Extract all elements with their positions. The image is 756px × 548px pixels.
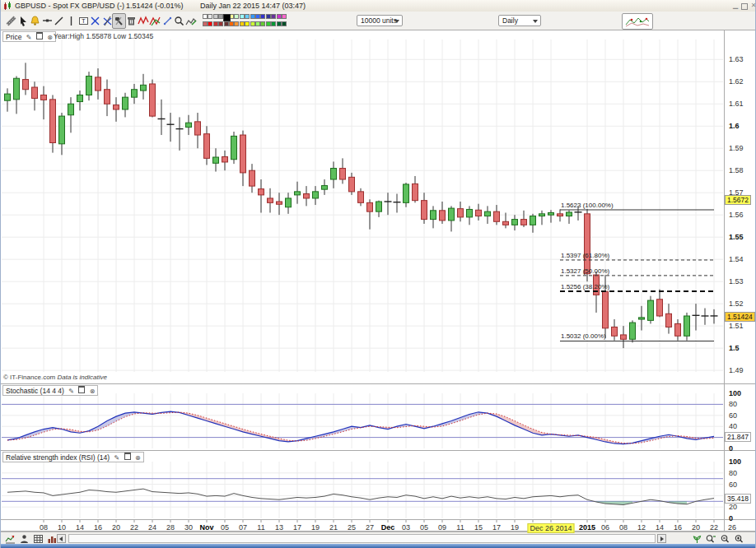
candle-body — [521, 220, 527, 225]
candle-body — [213, 157, 219, 163]
x-axis-label: 27 — [366, 523, 374, 532]
window-title: GBPUSD - Spot FX GBP/USD (-) — [15, 2, 124, 10]
color-swatch[interactable] — [260, 14, 265, 19]
x-axis-label: 17 — [492, 523, 501, 532]
candle-body — [86, 77, 92, 95]
chart-edit-icon[interactable] — [184, 13, 198, 29]
rsi-value-tag: 35.418 — [725, 494, 751, 504]
color-swatch[interactable] — [245, 14, 250, 19]
candle-body — [422, 201, 427, 220]
candle-body — [150, 84, 156, 116]
color-swatch[interactable] — [266, 21, 271, 26]
x-axis-label: 08 — [40, 523, 48, 532]
candle-body — [5, 94, 11, 100]
edit-pencil-icon[interactable]: ✎ — [68, 387, 74, 396]
color-swatch[interactable] — [282, 14, 287, 19]
edit-pencil-icon[interactable]: ✎ — [26, 33, 32, 42]
color-swatch[interactable] — [240, 14, 245, 19]
zoom-in-icon[interactable] — [733, 533, 744, 544]
timeframe-dropdown[interactable]: Daily — [498, 15, 541, 26]
color-swatch[interactable] — [250, 14, 255, 19]
rsi-axis-tick: 80 — [729, 469, 737, 477]
color-swatch[interactable] — [255, 14, 260, 19]
color-swatch[interactable] — [213, 14, 218, 19]
price-axis-tick: 1.52 — [729, 300, 744, 308]
color-swatch[interactable] — [271, 21, 276, 26]
color-swatch[interactable] — [240, 21, 245, 26]
color-swatch[interactable] — [266, 14, 271, 19]
x-axis-label: 03 — [402, 523, 410, 532]
color-swatch[interactable] — [245, 21, 250, 26]
x-axis-label: 08 — [619, 523, 628, 532]
positions-chart-icon[interactable] — [4, 533, 16, 544]
candle-body — [567, 212, 572, 216]
volume-bars-icon[interactable] — [46, 533, 58, 544]
color-swatch[interactable] — [277, 21, 282, 26]
person-icon[interactable] — [18, 533, 30, 544]
chart-type-button[interactable] — [622, 13, 653, 30]
detach-window-icon[interactable] — [78, 386, 85, 393]
x-axis-label: Nov — [199, 523, 213, 532]
grid-icon[interactable] — [32, 533, 44, 544]
color-swatch[interactable] — [213, 21, 218, 26]
color-swatch[interactable] — [208, 14, 212, 19]
close-panel-icon[interactable]: ⊗ — [135, 453, 141, 462]
color-swatch[interactable] — [218, 21, 223, 26]
candle-body — [349, 177, 355, 192]
detach-window-icon[interactable] — [124, 453, 131, 460]
stochastic-axis-tick: 40 — [729, 422, 737, 430]
scroll-left-button[interactable] — [57, 534, 66, 543]
x-axis-label: 17 — [293, 523, 301, 532]
color-swatch[interactable] — [223, 14, 231, 21]
detach-window-icon[interactable] — [36, 32, 43, 39]
x-axis-label: 28 — [166, 523, 175, 532]
price-axis-tick: 1.61 — [729, 100, 744, 108]
plant-icon[interactable] — [691, 533, 702, 544]
chevron-down-icon — [394, 20, 399, 23]
candle-body — [222, 156, 228, 161]
units-dropdown[interactable]: 10000 units — [357, 15, 403, 26]
candle-body — [331, 169, 337, 179]
x-axis-label: 10 — [58, 523, 66, 532]
zoom-out-icon[interactable] — [719, 533, 730, 544]
scroll-right-button[interactable] — [657, 534, 666, 543]
zoom-select-icon[interactable] — [705, 533, 716, 544]
x-axis-label: 22 — [710, 523, 718, 532]
color-swatch[interactable] — [203, 14, 208, 19]
x-axis-label: 30 — [184, 523, 193, 532]
price-axis-tick: 1.5 — [729, 344, 740, 352]
candle-body — [684, 316, 690, 336]
color-swatch[interactable] — [208, 21, 212, 26]
color-swatch[interactable] — [271, 14, 276, 19]
candle-body — [512, 220, 518, 225]
color-swatch[interactable] — [277, 14, 282, 19]
color-swatch[interactable] — [224, 21, 229, 26]
color-swatch[interactable] — [282, 21, 287, 26]
x-axis-label: 25 — [348, 523, 356, 532]
x-axis-label: 14 — [76, 523, 84, 532]
units-value: 10000 units — [361, 16, 397, 25]
color-swatch[interactable] — [260, 21, 265, 26]
color-swatch[interactable] — [255, 21, 260, 26]
close-panel-icon[interactable]: ⊗ — [47, 33, 53, 42]
candle-body — [621, 335, 627, 339]
x-axis-label: 22 — [130, 523, 138, 532]
candle-body — [132, 90, 138, 97]
color-swatch[interactable] — [203, 21, 208, 26]
candle-body — [14, 78, 20, 100]
color-swatch[interactable] — [250, 21, 255, 26]
candle-body — [648, 300, 654, 320]
minimize-button[interactable]: ▁ — [732, 2, 739, 9]
restore-button[interactable] — [741, 3, 748, 10]
close-button[interactable]: ✕ — [750, 2, 756, 9]
chevron-down-icon — [533, 20, 538, 23]
horizontal-scrollbar[interactable] — [68, 534, 656, 543]
edit-pencil-icon[interactable]: ✎ — [114, 453, 120, 462]
color-swatch[interactable] — [229, 21, 234, 26]
close-panel-icon[interactable]: ⊗ — [90, 387, 96, 396]
price-axis-tick: 1.49 — [729, 366, 744, 374]
color-swatch[interactable] — [234, 21, 239, 26]
color-swatch[interactable] — [234, 14, 239, 19]
fib-level-label: 1.5623 (100.00%) — [561, 202, 614, 209]
candle-body — [376, 202, 382, 211]
